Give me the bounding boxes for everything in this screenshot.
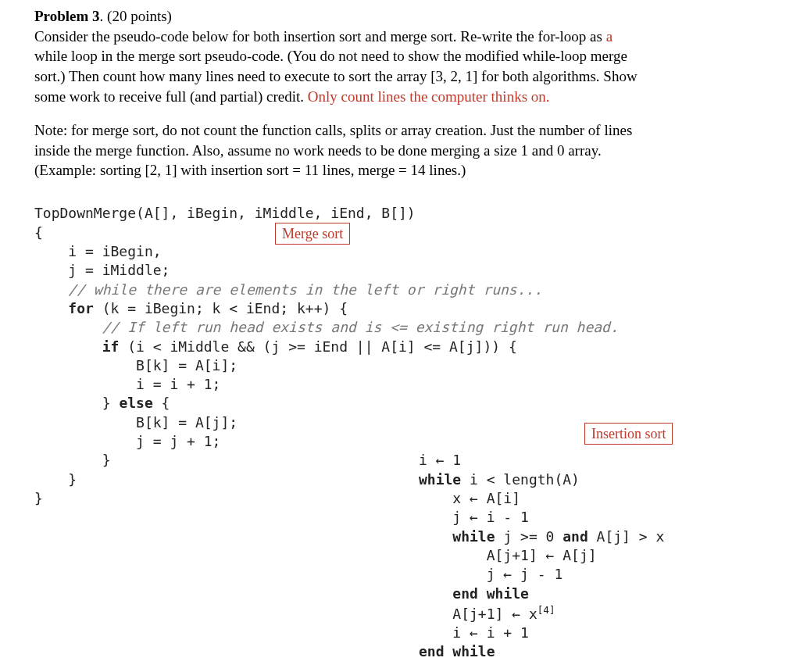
- ic-l5a: [419, 528, 452, 545]
- mc-for-kw: for: [68, 300, 94, 316]
- p1-line4-red: Only count lines the computer thinks on.: [308, 88, 550, 105]
- p2-line2b: the merge function. Also, assume no work…: [70, 142, 601, 159]
- ic-and-kw: and: [562, 528, 588, 545]
- ic-l4: j ← i - 1: [419, 509, 529, 525]
- ic-endwhile2-kw: end while: [419, 643, 495, 659]
- ic-while1-kw: while: [419, 471, 461, 488]
- ic-l9a: A[j+1] ← x: [419, 606, 538, 622]
- problem-heading: Problem 3. (20 points): [34, 6, 781, 27]
- ic-l10: i ← i + 1: [419, 624, 529, 641]
- mc-l4: j = iMiddle;: [34, 262, 170, 278]
- mc-else-kw: else: [119, 395, 152, 411]
- mc-l1: TopDownMerge(A[], iBegin, iMiddle, iEnd,…: [34, 205, 416, 221]
- insertion-sort-code: i ← 1 while i < length(A) x ← A[i] j ← i…: [419, 432, 664, 672]
- ic-l9-sup: [4]: [538, 604, 555, 616]
- ic-l5c: A[j] > x: [588, 528, 665, 545]
- p1-line3: sort.) Then count how many lines need to…: [34, 68, 638, 84]
- mc-l12: B[k] = A[j];: [34, 414, 238, 431]
- paragraph-2: Note: for merge sort, do not count the f…: [34, 120, 781, 181]
- ic-l8a: [419, 585, 452, 602]
- mc-l11b: {: [153, 395, 170, 411]
- mc-l11a: }: [34, 395, 119, 411]
- mc-l10: i = i + 1;: [34, 376, 220, 392]
- mc-l6a: [34, 300, 68, 316]
- merge-sort-label: Merge sort: [275, 223, 350, 245]
- mc-l14: }: [34, 452, 111, 468]
- problem-number: Problem 3: [34, 8, 100, 24]
- mc-l2: {: [34, 224, 43, 241]
- ic-l2b: i < length(A): [461, 471, 580, 488]
- ic-l7: j ← j - 1: [419, 566, 562, 582]
- problem-points: . (20 points): [100, 8, 172, 24]
- mc-l6b: (k = iBegin; k < iEnd; k++) {: [94, 300, 348, 316]
- p2-line1: Note: for merge sort, do not count the f…: [34, 122, 632, 138]
- ic-endwhile1-kw: end while: [452, 585, 529, 602]
- mc-l7: // If left run head exists and is <= exi…: [34, 319, 619, 335]
- p2-line3: (Example: sorting [2, 1] with insertion …: [34, 162, 466, 178]
- mc-if-kw: if: [102, 338, 120, 355]
- mc-l8b: (i < iMiddle && (j >= iEnd || A[i] <= A[…: [119, 338, 516, 355]
- p2-line2-bold: inside: [34, 142, 70, 159]
- mc-l13: j = j + 1;: [34, 433, 220, 449]
- p1-line1-red: a: [606, 28, 612, 45]
- ic-l1: i ← 1: [419, 452, 461, 468]
- ic-l6: A[j+1] ← A[j]: [419, 547, 597, 563]
- problem-page: Problem 3. (20 points) Consider the pseu…: [0, 0, 800, 672]
- p1-line4: some work to receive full (and partial) …: [34, 88, 308, 105]
- p1-line1a: Consider the pseudo-code below for both …: [34, 28, 606, 45]
- ic-l5b: j >= 0: [495, 528, 563, 545]
- mc-l8a: [34, 338, 102, 355]
- merge-sort-code: TopDownMerge(A[], iBegin, iMiddle, iEnd,…: [34, 185, 781, 603]
- p1-line2: while loop in the merge sort pseudo-code…: [34, 48, 627, 64]
- ic-l3: x ← A[i]: [419, 490, 520, 506]
- mc-l9: B[k] = A[i];: [34, 357, 238, 374]
- ic-while2-kw: while: [452, 528, 495, 545]
- mc-l5: // while there are elements in the left …: [34, 281, 542, 298]
- mc-l16: }: [34, 490, 43, 506]
- mc-l15: }: [34, 471, 77, 488]
- mc-l3: i = iBegin,: [34, 243, 162, 259]
- paragraph-1: Consider the pseudo-code below for both …: [34, 27, 781, 107]
